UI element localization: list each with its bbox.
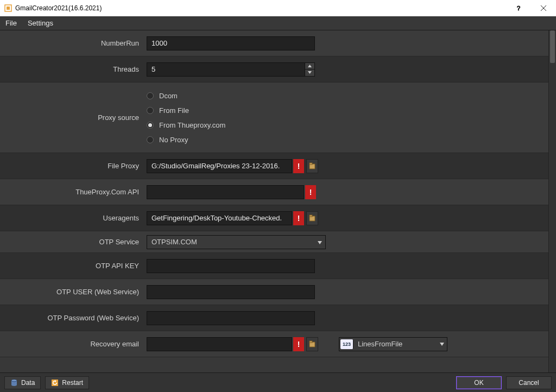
label-number-run: NumberRun <box>0 39 147 47</box>
select-otp-service-value: OTPSIM.COM <box>151 238 197 246</box>
radio-no-proxy[interactable]: No Proxy <box>147 136 225 144</box>
input-threads[interactable] <box>147 63 305 76</box>
spin-threads[interactable] <box>147 62 315 77</box>
svg-rect-1 <box>7 7 10 10</box>
help-button[interactable]: ? <box>506 0 531 16</box>
radio-dcom[interactable]: Dcom <box>147 92 225 100</box>
svg-rect-8 <box>309 163 312 165</box>
row-otp-service: OTP Service OTPSIM.COM <box>0 231 548 253</box>
browse-recovery-email-button[interactable] <box>306 337 318 351</box>
select-otp-service[interactable]: OTPSIM.COM <box>147 235 326 249</box>
radio-from-thueproxy[interactable]: From Thueproxy.com <box>147 121 225 129</box>
label-otp-user: OTP USER (Web Service) <box>0 288 147 296</box>
input-otp-user[interactable] <box>147 285 315 299</box>
restart-button-label: Restart <box>62 379 83 387</box>
row-proxy-source: Proxy source Dcom From File From Thuepro… <box>0 83 548 153</box>
radio-dot-icon <box>147 122 154 129</box>
radio-label-dcom: Dcom <box>159 92 178 100</box>
combo-recovery-mode-value: LinesFromFile <box>355 340 437 348</box>
row-number-run: NumberRun <box>0 30 548 56</box>
warning-icon: ! <box>293 159 304 173</box>
input-otp-password[interactable] <box>147 311 315 325</box>
svg-rect-13 <box>309 341 312 343</box>
label-otp-service: OTP Service <box>0 238 147 246</box>
menubar: File Settings <box>0 16 556 30</box>
scrollbar-thumb[interactable] <box>550 30 555 63</box>
svg-marker-14 <box>440 343 444 346</box>
database-icon <box>10 379 18 387</box>
cancel-button-label: Cancel <box>519 379 539 387</box>
window-titlebar: GmailCreator2021(16.6.2021) ? <box>0 0 556 16</box>
threads-step-down[interactable] <box>305 69 314 76</box>
threads-step-up[interactable] <box>305 63 314 70</box>
svg-rect-10 <box>309 215 312 217</box>
vertical-scrollbar[interactable] <box>548 30 556 372</box>
warning-icon: ! <box>305 185 316 199</box>
input-otp-api-key[interactable] <box>147 259 315 273</box>
radio-label-no-proxy: No Proxy <box>159 136 188 144</box>
row-threads: Threads <box>0 56 548 83</box>
chevron-down-icon <box>437 343 447 346</box>
row-thueproxy-api: ThueProxy.Com API ! <box>0 179 548 205</box>
close-button[interactable] <box>531 0 556 16</box>
cancel-button[interactable]: Cancel <box>506 376 552 389</box>
radio-from-file[interactable]: From File <box>147 106 225 115</box>
combo-recovery-mode[interactable]: 123 LinesFromFile <box>339 337 447 351</box>
folder-icon <box>309 214 315 222</box>
menu-settings[interactable]: Settings <box>22 16 59 30</box>
label-file-proxy: File Proxy <box>0 162 147 170</box>
row-file-proxy: File Proxy ! <box>0 153 548 179</box>
radio-label-from-file: From File <box>159 106 189 115</box>
menu-file[interactable]: File <box>0 16 22 30</box>
warning-icon: ! <box>293 337 304 351</box>
app-icon <box>4 4 12 12</box>
restart-icon <box>51 379 59 387</box>
svg-marker-6 <box>308 71 312 74</box>
browse-useragents-button[interactable] <box>306 211 318 225</box>
label-otp-password: OTP Password (Web Sevice) <box>0 314 147 322</box>
input-thueproxy-api[interactable] <box>147 185 304 199</box>
input-recovery-email[interactable] <box>147 337 292 351</box>
data-button[interactable]: Data <box>4 376 41 389</box>
badge-123-icon: 123 <box>340 339 353 349</box>
form-area: NumberRun Threads Proxy sour <box>0 30 548 372</box>
folder-icon <box>309 340 315 348</box>
footer: Data Restart OK Cancel <box>0 372 556 392</box>
label-recovery-email: Recovery email <box>0 340 147 348</box>
radio-dot-icon <box>147 107 154 114</box>
row-useragents: Useragents ! <box>0 205 548 231</box>
label-proxy-source: Proxy source <box>0 113 147 122</box>
radio-dot-icon <box>147 136 154 143</box>
row-otp-password: OTP Password (Web Sevice) <box>0 305 548 331</box>
chevron-down-icon <box>318 238 322 246</box>
radio-dot-icon <box>147 92 154 99</box>
input-number-run[interactable] <box>147 36 315 50</box>
warning-icon: ! <box>293 211 304 225</box>
label-useragents: Useragents <box>0 214 147 222</box>
svg-text:?: ? <box>517 5 520 11</box>
input-file-proxy[interactable] <box>147 159 292 173</box>
ok-button[interactable]: OK <box>456 376 502 389</box>
data-button-label: Data <box>21 379 35 387</box>
window-title: GmailCreator2021(16.6.2021) <box>15 4 102 12</box>
ok-button-label: OK <box>474 379 483 387</box>
svg-marker-5 <box>308 65 312 67</box>
folder-icon <box>309 162 315 170</box>
label-thueproxy-api: ThueProxy.Com API <box>0 188 147 196</box>
radio-label-from-thueproxy: From Thueproxy.com <box>159 121 225 129</box>
client-area: NumberRun Threads Proxy sour <box>0 30 556 372</box>
input-useragents[interactable] <box>147 211 292 225</box>
browse-file-proxy-button[interactable] <box>306 159 318 173</box>
svg-marker-11 <box>318 241 322 244</box>
row-otp-api-key: OTP API KEY <box>0 253 548 279</box>
label-threads: Threads <box>0 65 147 73</box>
row-recovery-email: Recovery email ! 123 LinesFromFile <box>0 331 548 357</box>
row-otp-user: OTP USER (Web Service) <box>0 279 548 305</box>
label-otp-api-key: OTP API KEY <box>0 262 147 270</box>
restart-button[interactable]: Restart <box>45 376 89 389</box>
